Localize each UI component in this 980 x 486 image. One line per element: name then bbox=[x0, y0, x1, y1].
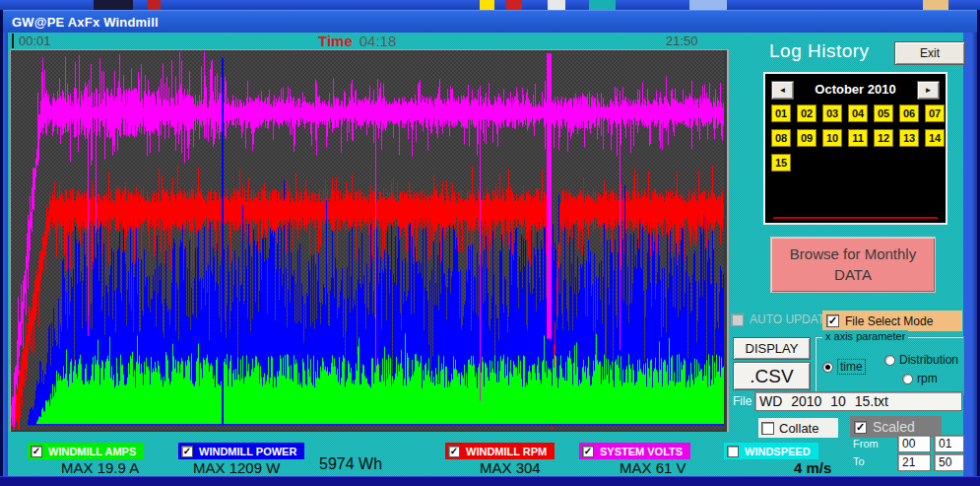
checkbox-check-icon[interactable]: ✓ bbox=[448, 446, 460, 457]
checkbox-check-icon[interactable]: ✓ bbox=[582, 446, 594, 457]
log-history-title: Log History bbox=[769, 40, 870, 62]
max-amps-value: MAX 19.9 A bbox=[61, 459, 139, 476]
calendar-day-03[interactable]: 03 bbox=[822, 104, 842, 122]
time-axis-tick bbox=[12, 34, 14, 48]
calendar-underline bbox=[773, 217, 938, 219]
legend-windmill-rpm[interactable]: ✓ WINDMILL RPM bbox=[445, 443, 555, 459]
file-label: File bbox=[733, 394, 751, 408]
calendar-day-07[interactable]: 07 bbox=[925, 104, 945, 122]
csv-button[interactable]: .CSV bbox=[733, 362, 811, 390]
to-hour-field[interactable]: 21 bbox=[897, 453, 931, 471]
calendar-day-06[interactable]: 06 bbox=[899, 104, 919, 122]
legend-power-label: WINDMILL POWER bbox=[199, 446, 296, 457]
file-name-field[interactable]: WD 2010 10 15.txt bbox=[754, 391, 962, 411]
calendar-day-05[interactable]: 05 bbox=[874, 104, 893, 122]
calendar: ◄ October 2010 ► 01020304050607080910111… bbox=[763, 72, 947, 225]
windmill-chart[interactable] bbox=[10, 49, 729, 432]
browse-label-line2: DATA bbox=[834, 265, 872, 285]
file-select-mode-checkbox[interactable]: ✓ File Select Mode bbox=[822, 311, 962, 331]
checkbox-icon[interactable] bbox=[761, 422, 774, 435]
calendar-day-15[interactable]: 15 bbox=[771, 154, 791, 172]
legend-volts-label: SYSTEM VOLTS bbox=[600, 446, 683, 457]
to-label: To bbox=[853, 455, 865, 467]
cursor-time-readout: Time 04:18 bbox=[318, 33, 396, 49]
app-screen: GW@PE AxFx Windmill 00:01 Time 04:18 21:… bbox=[0, 0, 980, 486]
calendar-day-13[interactable]: 13 bbox=[899, 129, 919, 147]
radio-option-distribution[interactable]: Distribution bbox=[884, 353, 958, 367]
max-power-value: MAX 1209 W bbox=[193, 459, 280, 476]
radio-label-rpm: rpm bbox=[917, 372, 938, 385]
legend-windspeed-label: WINDSPEED bbox=[745, 446, 811, 457]
from-hour-field[interactable]: 00 bbox=[897, 435, 931, 452]
calendar-day-02[interactable]: 02 bbox=[797, 104, 817, 122]
scaled-label: Scaled bbox=[873, 419, 915, 435]
calendar-day-04[interactable]: 04 bbox=[848, 104, 868, 122]
arrow-right-icon: ► bbox=[925, 86, 933, 95]
checkbox-icon bbox=[731, 313, 744, 326]
legend-system-volts[interactable]: ✓ SYSTEM VOLTS bbox=[579, 443, 690, 459]
window-border-right bbox=[963, 33, 977, 476]
background-fragment bbox=[689, 0, 727, 10]
window-title: GW@PE AxFx Windmill bbox=[12, 15, 159, 30]
background-fragment bbox=[923, 0, 948, 10]
time-label: Time bbox=[318, 33, 353, 49]
display-button[interactable]: DISPLAY bbox=[733, 337, 811, 360]
to-minute-field[interactable]: 50 bbox=[934, 453, 964, 471]
background-fragment bbox=[94, 0, 133, 10]
x-axis-parameter-group: x axis parameter time Distribution rpm bbox=[815, 336, 964, 395]
windmill-chart-canvas bbox=[11, 50, 724, 430]
calendar-day-01[interactable]: 01 bbox=[771, 104, 791, 122]
radio-label-time: time bbox=[837, 359, 866, 375]
browse-label-line1: Browse for Monthly bbox=[790, 244, 916, 264]
checkbox-icon[interactable] bbox=[727, 446, 739, 457]
checkbox-check-icon[interactable]: ✓ bbox=[181, 446, 193, 457]
exit-button[interactable]: Exit bbox=[894, 41, 965, 65]
background-fragment bbox=[506, 0, 522, 10]
calendar-next-month-button[interactable]: ► bbox=[917, 81, 940, 100]
checkbox-check-icon[interactable]: ✓ bbox=[31, 446, 42, 457]
from-minute-field[interactable]: 01 bbox=[934, 435, 964, 452]
collate-checkbox[interactable]: Collate bbox=[758, 418, 838, 438]
window-titlebar[interactable]: GW@PE AxFx Windmill bbox=[3, 10, 977, 34]
calendar-day-08[interactable]: 08 bbox=[771, 129, 791, 147]
calendar-day-09[interactable]: 09 bbox=[797, 129, 817, 147]
radio-icon[interactable] bbox=[822, 362, 833, 373]
max-rpm-value: MAX 304 bbox=[480, 459, 541, 476]
radio-icon[interactable] bbox=[902, 374, 913, 384]
calendar-day-12[interactable]: 12 bbox=[874, 129, 893, 147]
window-border-bottom bbox=[0, 476, 980, 486]
checkbox-check-icon[interactable]: ✓ bbox=[854, 421, 867, 434]
background-fragment bbox=[480, 0, 494, 10]
radio-label-distribution: Distribution bbox=[899, 353, 958, 367]
background-fragment bbox=[589, 0, 616, 10]
legend-rpm-label: WINDMILL RPM bbox=[466, 446, 547, 457]
file-select-mode-label: File Select Mode bbox=[845, 314, 933, 328]
axis-start-time: 00:01 bbox=[19, 34, 51, 48]
x-axis-parameter-label: x axis parameter bbox=[822, 330, 908, 342]
auto-update-label: AUTO UPDATE bbox=[750, 312, 832, 326]
background-fragment bbox=[548, 0, 565, 10]
radio-option-rpm[interactable]: rpm bbox=[902, 372, 938, 385]
auto-update-checkbox: AUTO UPDATE bbox=[731, 312, 832, 326]
legend-amps-label: WINDMILL AMPS bbox=[48, 446, 136, 457]
energy-total-value: 5974 Wh bbox=[319, 455, 382, 473]
calendar-day-11[interactable]: 11 bbox=[848, 129, 868, 147]
background-fragment bbox=[148, 0, 161, 10]
calendar-day-10[interactable]: 10 bbox=[822, 129, 842, 147]
radio-icon[interactable] bbox=[884, 355, 895, 366]
calendar-day-grid: 010203040506070809101112131415 bbox=[771, 104, 945, 172]
calendar-day-14[interactable]: 14 bbox=[925, 129, 945, 147]
windspeed-value: 4 m/s bbox=[794, 459, 831, 476]
from-label: From bbox=[853, 438, 879, 450]
checkbox-check-icon[interactable]: ✓ bbox=[826, 314, 839, 327]
radio-option-time[interactable]: time bbox=[822, 359, 866, 375]
legend-windmill-power[interactable]: ✓ WINDMILL POWER bbox=[178, 443, 304, 459]
browse-monthly-data-button[interactable]: Browse for Monthly DATA bbox=[770, 237, 936, 293]
max-volts-value: MAX 61 V bbox=[620, 459, 686, 476]
legend-windspeed[interactable]: WINDSPEED bbox=[724, 443, 818, 459]
axis-end-time: 21:50 bbox=[666, 34, 698, 48]
legend-windmill-amps[interactable]: ✓ WINDMILL AMPS bbox=[28, 443, 144, 459]
collate-label: Collate bbox=[779, 421, 818, 436]
time-value: 04:18 bbox=[359, 33, 397, 49]
